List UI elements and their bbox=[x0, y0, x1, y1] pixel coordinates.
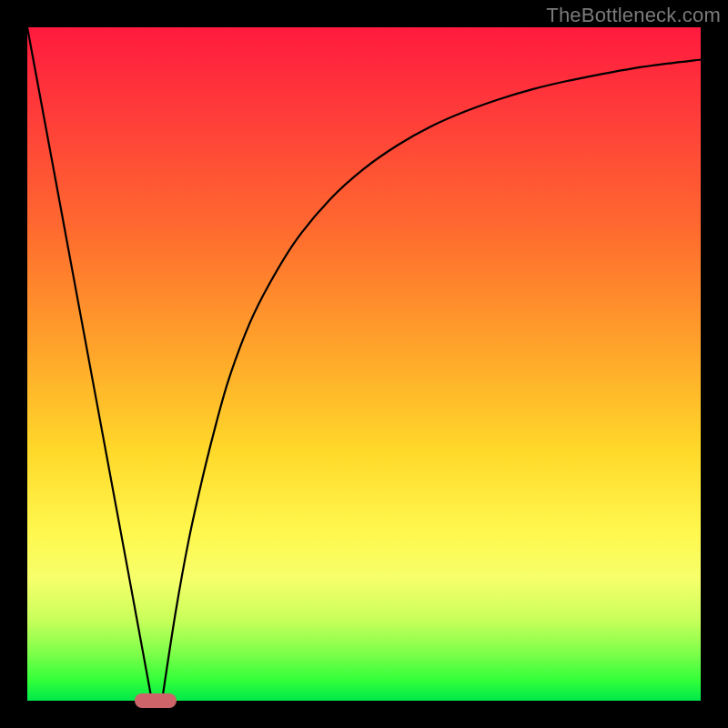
plot-area bbox=[27, 27, 701, 701]
bottleneck-curve-right bbox=[162, 60, 701, 701]
chart-frame: TheBottleneck.com bbox=[0, 0, 728, 728]
attribution-text: TheBottleneck.com bbox=[546, 4, 721, 27]
curve-overlay bbox=[27, 27, 701, 701]
optimal-marker bbox=[135, 693, 177, 708]
bottleneck-curve-left bbox=[27, 27, 152, 701]
